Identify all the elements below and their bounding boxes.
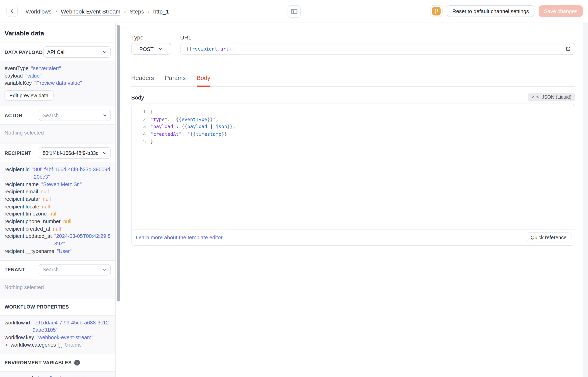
body-section-header: Body < > JSON (Liquid) [131,93,575,101]
empty-array-badge: [ ] [58,341,63,349]
variable-key: recipient.phone_number [4,218,60,225]
quick-reference-button[interactable]: Quick reference [526,232,572,242]
request-config-row: Type POST URL {{recipient.url}} [131,34,575,55]
request-tabs: Headers Params Body [131,74,575,87]
breadcrumb-steps[interactable]: Steps [129,8,144,14]
sidebar-toggle-button[interactable] [288,5,301,18]
variable-value: "value" [25,72,42,80]
sidebar-title: Variable data [0,23,116,43]
actor-empty-state: Nothing selected [0,125,116,144]
variable-row: eventType "server:alert" [4,65,111,72]
variable-row: recipient.email null [4,188,111,196]
code-token: " [187,131,190,137]
actor-search-placeholder: Search... [43,113,100,118]
commit-status-button[interactable] [430,5,443,17]
code-token: : [176,124,181,129]
code-token: } [151,139,153,144]
url-input[interactable]: {{recipient.url}} [180,43,575,55]
preview-fields-list: eventType "server:alert" payload "value"… [4,65,111,87]
breadcrumb-workflow-name[interactable]: Webhook Event Stream [61,8,120,14]
code-token: {{ [186,46,192,52]
actor-row: ACTOR Search... [0,106,116,124]
env-fields-list: vars.app_url "http://localhost:3000" var… [4,375,111,377]
variable-value: null [53,225,61,233]
code-token: " [165,116,167,122]
format-badge-label: JSON (Liquid) [542,95,572,100]
variable-value: "e91ddae4-7f99-45cb-a688-3c129aae3105" [33,319,111,334]
url-value: {{recipient.url}} [186,46,565,52]
variable-value: null [41,188,49,196]
chevron-left-icon [10,9,15,14]
variable-value: "80f1f4bf-166d-48f9-b33c-39009df20bc3" [32,166,111,181]
variable-key: payload [4,72,23,80]
reset-channel-settings-button[interactable]: Reset to default channel settings [447,5,535,17]
breadcrumb-separator: › [124,9,126,14]
code-token: {{ [190,131,196,137]
variable-data-sidebar: Variable data DATA PAYLOAD API Call even… [0,23,116,377]
code-token: timestamp [196,131,221,137]
actor-search-select[interactable]: Search... [39,110,111,121]
info-icon[interactable]: i [74,360,80,366]
chevron-down-icon [103,267,107,272]
variable-row: recipient.__typename "User" [4,247,111,255]
breadcrumb-workflows[interactable]: Workflows [26,8,52,14]
variable-key: variableKey [4,80,32,87]
line-number: 5 [131,138,151,145]
code-line: 2 "type": "{{eventType}}", [131,116,575,123]
environment-variables-panel: vars.app_url "http://localhost:3000" var… [0,372,116,377]
back-button[interactable] [6,6,18,17]
code-icon: < > [532,95,539,100]
chevron-right-icon [4,343,8,347]
variable-key: recipient.locale [4,203,39,211]
recipient-label: RECIPIENT [4,150,31,156]
sidebar-scrollbar-thumb[interactable] [117,25,120,301]
edit-preview-data-button[interactable]: Edit preview data [4,90,53,101]
code-token: payload [187,124,207,129]
variable-value: "Steven Metz Sr." [41,181,82,188]
code-line: 1 { [131,108,575,116]
recipient-selected: 80f1f4bf-166d-48f9-b33c [43,150,100,156]
template-editor-docs-link[interactable]: Learn more about the template editor [136,235,223,240]
code-token: type [153,116,165,122]
variable-value: null [43,196,51,203]
workflow-fields-list: workflow.id "e91ddae4-7f99-45cb-a688-3c1… [4,319,111,341]
variable-value: "User" [57,247,71,255]
actor-label: ACTOR [4,113,22,118]
tenant-search-select[interactable]: Search... [39,264,111,275]
url-field: URL {{recipient.url}} [180,34,575,55]
panel-layout-icon [291,8,298,15]
variable-value: "2024-03-05T00:42:29.839Z" [54,233,111,247]
workflow-properties-panel: workflow.id "e91ddae4-7f99-45cb-a688-3c1… [0,316,116,354]
body-editor-container: 1 { 2 "type": "{{eventType}}", 3 "payloa… [131,104,575,246]
app-window: Workflows › Webhook Event Stream › Steps… [0,0,588,377]
code-line: 4 "createdAt": "{{timestamp}}" [131,130,575,138]
tab-headers[interactable]: Headers [131,74,154,86]
tab-body[interactable]: Body [197,74,210,86]
code-lines: 1 { 2 "type": "{{eventType}}", 3 "payloa… [131,108,575,145]
format-badge: < > JSON (Liquid) [528,93,575,101]
code-token: | [207,124,215,129]
code-token: , [216,116,219,122]
open-external-button[interactable] [565,46,571,52]
variable-key: workflow.categories [11,341,56,349]
save-changes-button[interactable]: Save changes [539,5,583,17]
tenant-row: TENANT Search... [0,261,116,279]
code-token: eventType [182,116,207,122]
chevron-down-icon [158,46,163,51]
variable-key: workflow.key [4,334,34,341]
variable-row: payload "value" [4,72,111,80]
url-label: URL [180,34,575,41]
recipient-select[interactable]: 80f1f4bf-166d-48f9-b33c [39,147,111,159]
workflow-categories-expander[interactable]: workflow.categories [ ] 0 items [4,341,111,349]
http-step-editor: Type POST URL {{recipient.url}} [131,23,575,246]
variable-row: recipient.avatar null [4,196,111,203]
tenant-search-placeholder: Search... [43,267,100,272]
tab-params[interactable]: Params [165,74,186,86]
data-payload-select[interactable]: API Call [43,46,111,58]
code-line-text: { [151,108,153,116]
main-scrollbar-track[interactable] [583,23,588,377]
http-method-select[interactable]: POST [131,43,171,55]
type-label: Type [131,34,171,41]
body-section-label: Body [131,94,144,101]
code-editor[interactable]: 1 { 2 "type": "{{eventType}}", 3 "payloa… [131,104,575,229]
